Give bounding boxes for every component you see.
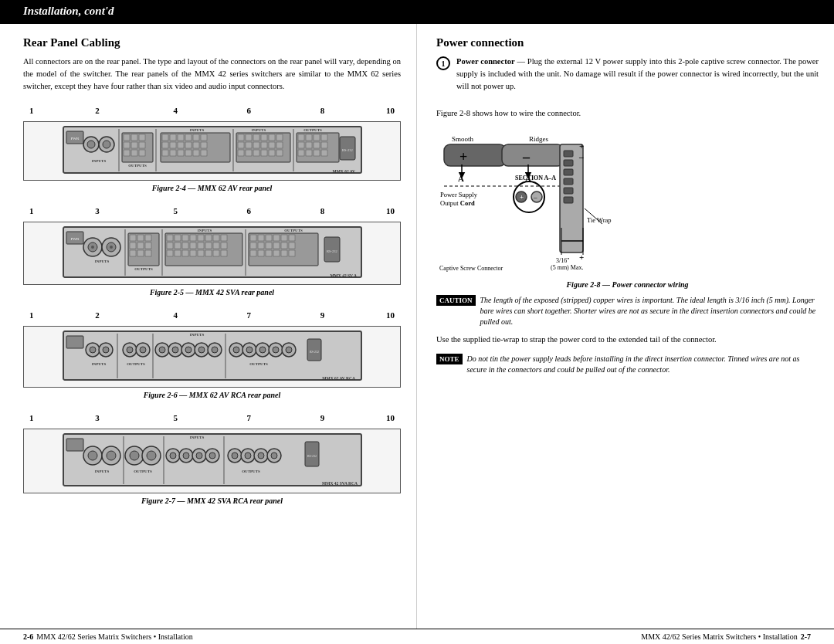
svg-rect-95 <box>145 235 151 241</box>
right-column: Power connection 1 Power connector — Plu… <box>417 24 834 629</box>
svg-rect-30 <box>170 142 176 148</box>
svg-text:RS-232: RS-232 <box>307 454 316 458</box>
svg-rect-33 <box>193 142 199 148</box>
svg-rect-36 <box>170 150 176 156</box>
svg-rect-16 <box>139 142 145 148</box>
figure-2-4: PWR INPUTS OUTPUTS <box>23 121 401 181</box>
svg-text:INPUTS: INPUTS <box>251 128 266 132</box>
fig5-num10: 10 <box>386 206 395 215</box>
svg-rect-116 <box>190 242 196 249</box>
fig7-num9: 9 <box>320 413 325 422</box>
svg-text:INPUTS: INPUTS <box>91 159 106 163</box>
svg-rect-111 <box>213 235 219 241</box>
svg-rect-15 <box>131 142 137 148</box>
fig6-num4: 4 <box>173 310 178 320</box>
svg-rect-250 <box>564 160 573 166</box>
svg-text:INPUTS: INPUTS <box>189 128 204 132</box>
svg-rect-25 <box>178 134 184 141</box>
svg-text:OUTPUTS: OUTPUTS <box>303 128 322 132</box>
svg-rect-18 <box>131 150 137 156</box>
svg-text:Power Supply: Power Supply <box>440 191 478 198</box>
svg-rect-112 <box>221 235 227 241</box>
svg-rect-107 <box>182 235 188 241</box>
svg-rect-154 <box>66 336 83 348</box>
svg-rect-101 <box>145 250 151 256</box>
svg-rect-55 <box>276 142 283 148</box>
svg-text:OUTPUTS: OUTPUTS <box>242 469 260 473</box>
svg-rect-75 <box>314 150 320 156</box>
svg-rect-54 <box>269 142 275 148</box>
svg-text:Ridges: Ridges <box>529 135 548 143</box>
fig6-num10: 10 <box>386 310 395 320</box>
note-text: Do not tin the power supply leads before… <box>467 354 819 375</box>
svg-rect-37 <box>178 150 184 156</box>
svg-rect-135 <box>273 235 280 241</box>
svg-rect-38 <box>185 150 192 156</box>
svg-rect-125 <box>198 250 204 256</box>
svg-text:+: + <box>459 149 467 164</box>
svg-rect-40 <box>201 150 207 156</box>
svg-point-173 <box>185 347 192 353</box>
svg-rect-148 <box>281 250 287 256</box>
svg-rect-137 <box>289 235 295 241</box>
fig7-num5: 5 <box>173 413 178 422</box>
svg-text:–: – <box>578 152 584 161</box>
svg-point-211 <box>183 452 189 459</box>
svg-rect-51 <box>246 142 252 148</box>
power-connector-label: Power connector <box>456 57 515 66</box>
svg-rect-123 <box>182 250 188 256</box>
svg-text:A: A <box>458 174 464 183</box>
left-column: Rear Panel Cabling All connectors are on… <box>0 24 417 629</box>
figure-2-5-caption: Figure 2-5 — MMX 42 SVA rear panel <box>23 288 401 297</box>
left-section-title: Rear Panel Cabling <box>23 36 401 49</box>
svg-rect-13 <box>139 134 145 141</box>
svg-text:PWR: PWR <box>70 137 80 141</box>
svg-rect-97 <box>137 242 144 249</box>
svg-rect-99 <box>130 250 136 256</box>
footer-right-text: MMX 42/62 Series Matrix Switchers • Inst… <box>641 632 797 641</box>
svg-rect-142 <box>281 242 287 249</box>
svg-point-177 <box>212 347 218 353</box>
svg-point-171 <box>172 347 178 353</box>
figure-2-6-svg: INPUTS OUTPUTS INPUTS <box>62 330 363 382</box>
svg-rect-141 <box>273 242 280 249</box>
fig7-num7: 7 <box>247 413 252 422</box>
svg-rect-110 <box>205 235 212 241</box>
svg-point-215 <box>209 452 215 459</box>
svg-rect-119 <box>213 242 219 249</box>
svg-point-175 <box>198 347 205 353</box>
svg-text:INPUTS: INPUTS <box>91 362 106 366</box>
svg-rect-124 <box>190 250 196 256</box>
svg-rect-98 <box>145 242 151 249</box>
svg-rect-140 <box>266 242 272 249</box>
figure-2-4-container: 1 2 4 6 8 10 PWR <box>23 106 401 192</box>
wire-section-diagram: Smooth Ridges + – A A <box>436 127 819 276</box>
svg-rect-253 <box>564 188 573 194</box>
svg-text:+: + <box>579 141 584 151</box>
svg-rect-24 <box>170 134 176 141</box>
right-section-title: Power connection <box>436 36 819 49</box>
fig4-num8: 8 <box>320 106 325 115</box>
svg-rect-128 <box>221 250 227 256</box>
svg-rect-94 <box>137 235 144 241</box>
svg-rect-17 <box>124 150 130 156</box>
svg-text:MMX 42 SV A: MMX 42 SV A <box>330 273 357 278</box>
svg-rect-74 <box>306 150 312 156</box>
figure-2-5-svg: PWR INPUTS OUTPUTS <box>62 225 363 280</box>
fig7-num1: 1 <box>29 413 34 422</box>
svg-rect-49 <box>276 134 283 141</box>
svg-rect-69 <box>298 142 304 148</box>
fig6-num1: 1 <box>29 310 34 320</box>
svg-point-182 <box>246 347 253 353</box>
svg-rect-48 <box>269 134 275 141</box>
svg-rect-118 <box>205 242 212 249</box>
svg-rect-117 <box>198 242 204 249</box>
figure-2-4-svg: PWR INPUTS OUTPUTS <box>62 125 363 175</box>
svg-rect-138 <box>250 242 256 249</box>
figure-2-7-caption: Figure 2-7 — MMX 42 SVA RCA rear panel <box>23 497 401 505</box>
fig4-num6: 6 <box>247 106 252 115</box>
svg-text:(5 mm) Max.: (5 mm) Max. <box>551 264 583 271</box>
svg-rect-35 <box>162 150 168 156</box>
svg-text:OUTPUTS: OUTPUTS <box>249 362 268 366</box>
svg-rect-26 <box>185 134 192 141</box>
